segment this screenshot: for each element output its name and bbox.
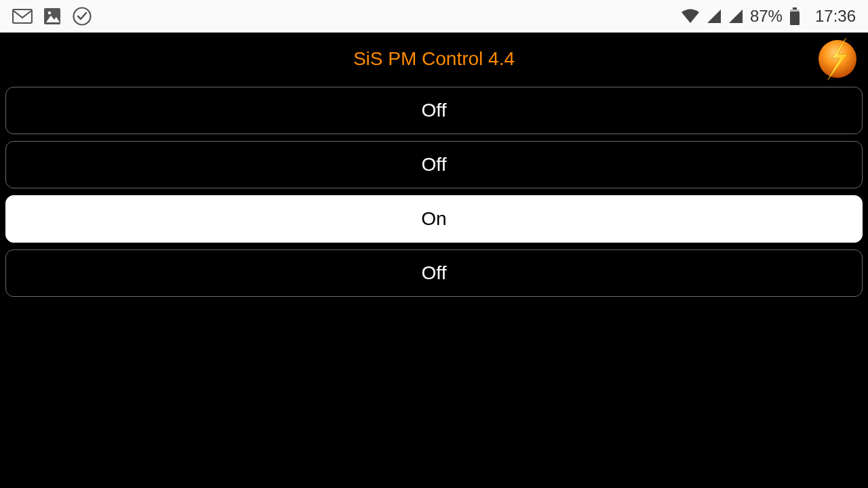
status-bar-left bbox=[12, 6, 92, 26]
wifi-icon bbox=[681, 9, 700, 24]
status-bar: 87% 17:36 bbox=[0, 0, 868, 33]
status-bar-right: 87% 17:36 bbox=[681, 7, 856, 26]
outlet-label: Off bbox=[422, 100, 447, 121]
battery-percent: 87% bbox=[750, 7, 783, 26]
outlet-button-1[interactable]: Off bbox=[5, 87, 863, 134]
svg-rect-7 bbox=[790, 12, 800, 25]
mail-icon bbox=[12, 9, 33, 24]
clock: 17:36 bbox=[815, 7, 856, 26]
outlet-button-4[interactable]: Off bbox=[5, 249, 863, 297]
signal-icon-2 bbox=[728, 9, 743, 24]
outlet-button-2[interactable]: Off bbox=[5, 141, 863, 188]
lightning-bolt-icon bbox=[816, 38, 859, 80]
app-title: SiS PM Control 4.4 bbox=[353, 48, 515, 70]
outlet-label: On bbox=[421, 208, 446, 230]
outlet-list: Off Off On Off bbox=[0, 85, 868, 298]
photo-icon bbox=[43, 7, 61, 25]
svg-point-3 bbox=[48, 12, 52, 15]
outlet-button-3[interactable]: On bbox=[5, 195, 863, 243]
svg-rect-5 bbox=[793, 7, 797, 9]
check-circle-icon bbox=[72, 6, 92, 26]
battery-icon bbox=[789, 7, 800, 25]
svg-point-8 bbox=[818, 40, 856, 78]
svg-rect-0 bbox=[13, 9, 32, 23]
signal-icon bbox=[707, 9, 722, 24]
app-header: SiS PM Control 4.4 bbox=[0, 33, 868, 85]
outlet-label: Off bbox=[422, 262, 447, 284]
outlet-label: Off bbox=[422, 154, 447, 176]
